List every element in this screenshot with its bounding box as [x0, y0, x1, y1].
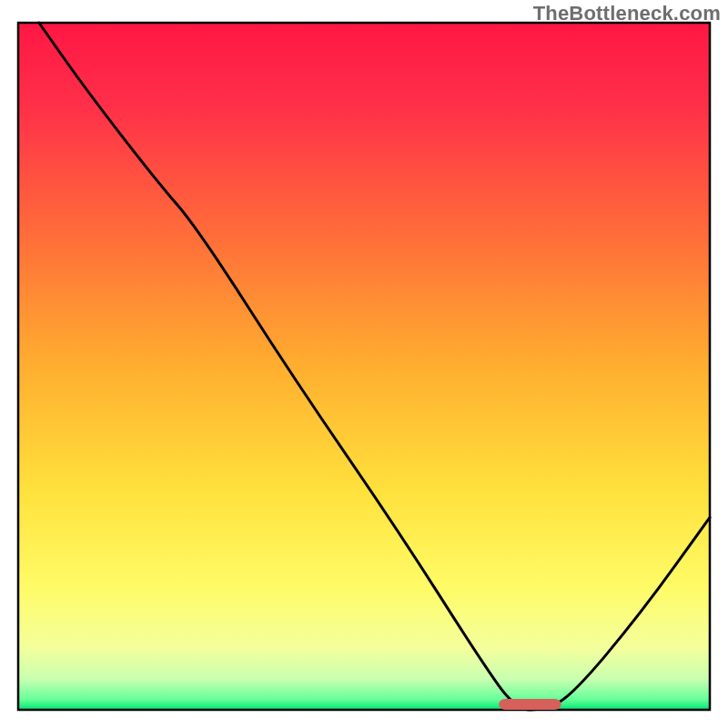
bottleneck-chart — [0, 0, 728, 728]
plot-background — [18, 23, 710, 710]
optimal-range-marker — [499, 699, 561, 710]
chart-stage: TheBottleneck.com — [0, 0, 728, 728]
